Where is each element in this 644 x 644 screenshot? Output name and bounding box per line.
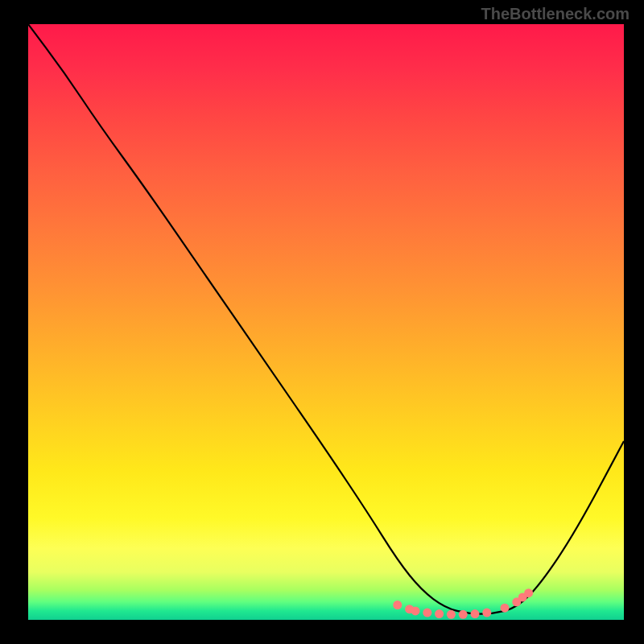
marker-dot <box>393 601 402 609</box>
marker-dot <box>459 610 468 619</box>
watermark-text: TheBottleneck.com <box>481 5 630 23</box>
optimal-range-markers <box>393 588 533 619</box>
marker-dot <box>435 609 444 618</box>
bottleneck-curve <box>28 24 624 614</box>
marker-dot <box>411 606 420 615</box>
chart-svg <box>28 24 624 620</box>
plot-area <box>28 24 624 620</box>
marker-dot <box>482 609 491 617</box>
chart-container: TheBottleneck.com <box>0 0 644 644</box>
marker-dot <box>447 610 456 619</box>
marker-dot <box>423 609 431 617</box>
marker-dot <box>471 609 480 618</box>
marker-dot <box>524 588 533 597</box>
marker-dot <box>501 604 510 613</box>
